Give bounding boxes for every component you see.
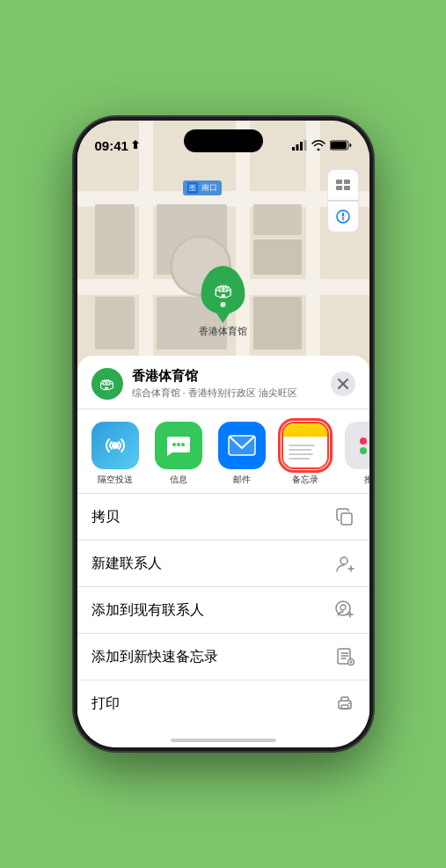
bottom-sheet: 🏟 香港体育馆 综合体育馆 · 香港特别行政区 油尖旺区 (77, 356, 369, 747)
dynamic-island (184, 129, 263, 152)
my-location-button[interactable] (327, 201, 359, 232)
share-row: 隔空投送 信息 (77, 409, 369, 493)
more-label: 推 (364, 474, 369, 486)
phone-frame: 09:41 (74, 117, 373, 751)
status-icons (292, 140, 352, 151)
action-print-label: 打印 (91, 695, 120, 713)
airdrop-label: 隔空投送 (98, 474, 133, 486)
svg-point-12 (172, 443, 176, 446)
person-circle-add-icon (334, 600, 355, 621)
printer-icon (334, 693, 355, 714)
share-airdrop[interactable]: 隔空投送 (84, 422, 146, 486)
svg-rect-24 (341, 705, 348, 709)
signal-icon (292, 140, 307, 151)
mail-icon (218, 422, 266, 469)
location-header: 🏟 香港体育馆 综合体育馆 · 香港特别行政区 油尖旺区 (77, 356, 369, 409)
notes-icon (281, 422, 329, 469)
svg-rect-0 (292, 147, 295, 151)
marker-dot (221, 302, 226, 307)
action-add-existing[interactable]: 添加到现有联系人 (77, 586, 369, 633)
airdrop-icon (91, 422, 139, 469)
location-status-icon (131, 140, 140, 151)
action-add-note-label: 添加到新快速备忘录 (91, 648, 218, 666)
notes-label: 备忘录 (292, 474, 318, 486)
home-indicator (171, 739, 276, 742)
map-sign: 图 南口 (183, 180, 222, 195)
svg-rect-8 (336, 186, 342, 190)
mail-label: 邮件 (233, 474, 251, 486)
mail-symbol (228, 435, 256, 456)
action-copy[interactable]: 拷贝 (77, 493, 369, 540)
action-new-contact[interactable]: 新建联系人 (77, 540, 369, 586)
status-time: 09:41 (95, 138, 128, 153)
svg-point-20 (340, 605, 346, 610)
svg-point-11 (112, 442, 119, 449)
wifi-icon (311, 140, 325, 151)
phone-screen: 09:41 (77, 121, 369, 747)
more-icon (345, 422, 369, 469)
share-mail[interactable]: 邮件 (211, 422, 273, 486)
action-list: 拷贝 新建联系人 (77, 493, 369, 726)
location-name: 香港体育馆 (132, 368, 322, 385)
map-controls (327, 169, 359, 232)
location-marker: 🏟 香港体育馆 (199, 266, 247, 338)
svg-rect-3 (303, 140, 306, 151)
messages-label: 信息 (170, 474, 187, 486)
location-subtitle: 综合体育馆 · 香港特别行政区 油尖旺区 (132, 386, 322, 400)
share-more[interactable]: 推 (338, 422, 369, 486)
person-add-icon (334, 553, 355, 574)
svg-rect-5 (331, 142, 347, 149)
venue-emoji: 🏟 (99, 375, 115, 394)
location-info: 香港体育馆 综合体育馆 · 香港特别行政区 油尖旺区 (132, 368, 322, 400)
close-icon (338, 379, 348, 389)
svg-point-18 (340, 557, 347, 564)
svg-point-25 (348, 702, 350, 704)
map-type-button[interactable] (327, 169, 359, 201)
action-copy-label: 拷贝 (91, 508, 120, 526)
compass-icon (336, 210, 350, 224)
svg-rect-6 (336, 180, 342, 184)
close-button[interactable] (331, 371, 355, 396)
marker-label: 香港体育馆 (199, 325, 247, 338)
svg-rect-1 (296, 144, 298, 151)
svg-rect-17 (341, 513, 352, 525)
marker-pin: 🏟 (201, 266, 245, 314)
messages-icon (155, 422, 202, 469)
messages-symbol (165, 433, 192, 458)
svg-point-13 (177, 443, 180, 446)
svg-point-19 (336, 601, 350, 615)
share-notes[interactable]: 备忘录 (274, 422, 336, 486)
stadium-icon: 🏟 (214, 281, 233, 300)
action-add-note[interactable]: 添加到新快速备忘录 (77, 633, 369, 680)
note-add-icon (334, 646, 355, 667)
action-print[interactable]: 打印 (77, 680, 369, 726)
share-messages[interactable]: 信息 (148, 422, 209, 486)
svg-rect-9 (344, 186, 350, 190)
svg-rect-7 (344, 180, 350, 184)
location-venue-icon: 🏟 (91, 368, 123, 400)
svg-rect-2 (300, 142, 303, 151)
battery-icon (330, 140, 352, 151)
copy-icon (334, 506, 355, 527)
airdrop-symbol (103, 433, 128, 458)
action-new-contact-label: 新建联系人 (91, 555, 162, 573)
action-add-existing-label: 添加到现有联系人 (91, 601, 204, 620)
map-type-icon (335, 177, 351, 193)
svg-point-14 (181, 443, 185, 446)
